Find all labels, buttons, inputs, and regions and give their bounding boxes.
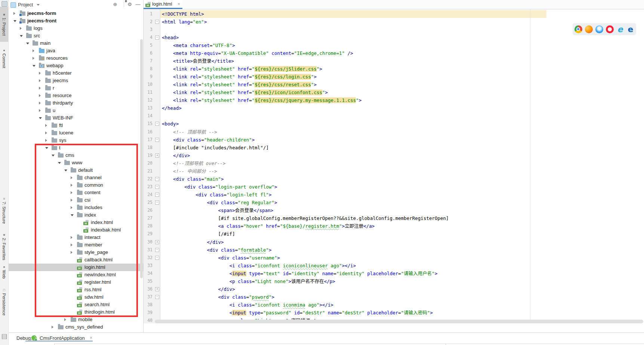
tree-item-resources[interactable]: resources (8, 55, 143, 62)
tree-item-newindex-html[interactable]: newIndex.html (8, 271, 143, 279)
tree-item-interact[interactable]: interact (8, 234, 143, 241)
chevron-collapsed-icon[interactable] (39, 72, 41, 75)
fold-collapse-icon[interactable]: − (155, 185, 159, 189)
tree-item-member[interactable]: member (8, 241, 143, 249)
tree-item-search-html[interactable]: search.html (8, 301, 143, 308)
code-line-13[interactable]: </head> (160, 104, 182, 112)
code-line-39[interactable]: <input type="password" id="desStr" name=… (160, 309, 433, 317)
fold-collapse-icon[interactable]: − (155, 256, 159, 260)
fold-end-icon[interactable]: ∧ (155, 153, 159, 158)
code-line-32[interactable]: <div class="username"> (160, 254, 280, 262)
project-tree-scrollbar[interactable] (140, 39, 143, 278)
tree-item-r[interactable]: r (8, 84, 143, 92)
settings-gear-icon[interactable]: ⚙ (126, 1, 133, 8)
tree-item-sys[interactable]: sys (8, 137, 143, 144)
tree-item-callback-html[interactable]: callback.html (8, 256, 143, 264)
tree-item-login-html[interactable]: login.html (8, 264, 143, 271)
code-line-21[interactable]: <!-- 中间部分 --> (160, 167, 217, 175)
code-line-28[interactable]: <a class="hover" href="${base}/register.… (160, 222, 375, 230)
tree-item-web-inf[interactable]: WEB-INF (8, 114, 143, 122)
code-line-12[interactable]: <link rel="stylesheet" href="${res}/css/… (160, 96, 361, 104)
chevron-collapsed-icon[interactable] (71, 199, 73, 202)
chevron-collapsed-icon[interactable] (39, 87, 41, 90)
tool-strip-tab-persistence[interactable]: □Persistence (0, 284, 8, 320)
chevron-collapsed-icon[interactable] (52, 326, 53, 329)
tree-item-csi[interactable]: csi (8, 196, 143, 204)
locate-icon[interactable]: ⊕ (112, 1, 118, 8)
chevron-expanded-icon[interactable] (45, 147, 48, 149)
tool-strip-tab--favorites[interactable]: ★2: Favorites (0, 231, 8, 263)
tree-item-thirdlogin-html[interactable]: thirdlogin.html (8, 308, 143, 316)
chevron-collapsed-icon[interactable] (39, 94, 41, 97)
code-line-14[interactable] (160, 112, 162, 120)
tree-item-thirdparty[interactable]: thirdparty (8, 99, 143, 107)
chevron-collapsed-icon[interactable] (71, 243, 73, 246)
edge-browser-icon[interactable]: e (627, 25, 635, 33)
tree-item-register-html[interactable]: register.html (8, 279, 143, 286)
code-line-8[interactable]: <link rel="stylesheet" href="${res}/css/… (160, 65, 322, 73)
chevron-collapsed-icon[interactable] (33, 57, 34, 60)
chevron-collapsed-icon[interactable] (64, 318, 66, 321)
tab-login-html[interactable]: login.html × (144, 0, 182, 9)
code-line-5[interactable]: <meta charset="UTF-8"> (160, 41, 235, 49)
chrome-browser-icon[interactable] (574, 25, 582, 33)
code-line-1[interactable]: <!DOCTYPE html> (160, 10, 546, 18)
safari-browser-icon[interactable] (595, 25, 603, 33)
chevron-expanded-icon[interactable] (64, 170, 67, 171)
chevron-collapsed-icon[interactable] (71, 176, 73, 179)
code-line-26[interactable]: <span>会员登录</span> (160, 206, 273, 214)
chevron-collapsed-icon[interactable] (39, 102, 41, 105)
code-line-37[interactable]: <div class="psword"> (160, 293, 274, 301)
debug-tab-close-icon[interactable]: × (90, 335, 92, 341)
code-line-35[interactable]: <p class="Light none">该用户名不存在</p> (160, 277, 335, 285)
chevron-expanded-icon[interactable] (58, 162, 61, 164)
tree-item-sdw-html[interactable]: sdw.html (8, 293, 143, 301)
debug-toolwindow-icon[interactable] (2, 334, 7, 339)
tree-item-jeecms-form[interactable]: jeecms-form (8, 10, 143, 17)
tree-item-t[interactable]: t (8, 144, 143, 152)
tree-item-www[interactable]: www (8, 159, 143, 167)
tree-item-ftl[interactable]: ftl (8, 122, 143, 129)
fold-collapse-icon[interactable]: − (155, 35, 159, 40)
horizontal-scrollbar[interactable] (155, 320, 643, 323)
code-area[interactable]: <!DOCTYPE html><html lang="en"><head> <m… (160, 9, 644, 323)
chevron-expanded-icon[interactable] (52, 155, 55, 156)
fold-collapse-icon[interactable]: − (155, 177, 159, 181)
chevron-expanded-icon[interactable] (26, 43, 29, 44)
tree-item-jeecms-front[interactable]: jeecms-front (8, 17, 143, 25)
tree-item-logs[interactable]: logs (8, 25, 143, 32)
tool-strip-tab-commit[interactable]: ●Commit (0, 46, 8, 71)
code-line-10[interactable]: <link rel="stylesheet" href="${res}/css/… (160, 81, 317, 88)
tree-item-u[interactable]: u (8, 107, 143, 114)
code-line-27[interactable]: [#if site.globalConfig.memberRegisterOpe… (160, 214, 449, 222)
code-line-22[interactable]: <div class="main"> (160, 175, 224, 183)
code-line-33[interactable]: <i class="iconfont iconiconlineuser ago"… (160, 262, 356, 270)
code-line-15[interactable]: <body> (160, 120, 179, 128)
tree-item-java[interactable]: java (8, 47, 143, 55)
tool-strip-tab--project[interactable]: ■1: Project (0, 7, 8, 42)
code-line-18[interactable]: [#include "includes/header.html"/] (160, 144, 269, 152)
chevron-collapsed-icon[interactable] (71, 236, 73, 239)
tree-item-webapp[interactable]: webapp (8, 62, 143, 69)
code-line-16[interactable]: <!-- 顶部导航 --> (160, 128, 217, 136)
code-line-3[interactable] (160, 26, 162, 34)
chevron-collapsed-icon[interactable] (71, 184, 73, 187)
tree-item-channel[interactable]: channel (8, 174, 143, 181)
code-line-29[interactable]: [/#if] (160, 230, 235, 238)
chevron-expanded-icon[interactable] (39, 117, 42, 119)
code-line-31[interactable]: <div class="formtable"> (160, 246, 272, 254)
code-line-19[interactable]: </div> (160, 152, 190, 159)
code-line-38[interactable]: <i class="iconfont iconmima ago"></i> (160, 301, 333, 309)
tree-item-index-html[interactable]: index.html (8, 219, 143, 226)
tool-strip-tab--structure[interactable]: ≡7: Structure (0, 194, 8, 227)
chevron-collapsed-icon[interactable] (33, 49, 34, 52)
code-line-7[interactable]: <title>会员登录</title> (160, 57, 234, 65)
chevron-collapsed-icon[interactable] (45, 139, 47, 142)
tree-item-indexbak-html[interactable]: indexbak.html (8, 226, 143, 234)
tree-item-mobile[interactable]: mobile (8, 316, 143, 323)
fold-end-icon[interactable]: ∧ (155, 287, 159, 291)
tree-item-jeecms[interactable]: jeecms (8, 77, 143, 84)
chevron-expanded-icon[interactable] (13, 20, 16, 22)
chevron-collapsed-icon[interactable] (45, 124, 47, 127)
code-line-23[interactable]: <div class="login-part overflow"> (160, 183, 277, 191)
